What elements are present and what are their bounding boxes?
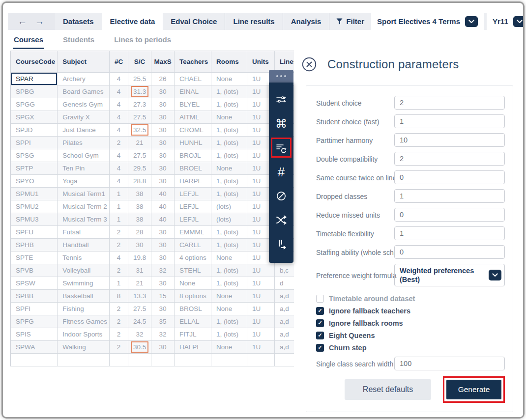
cell-SPFU-Subject[interactable]: Futsal <box>58 226 110 239</box>
checkbox-checked-icon[interactable]: ✓ <box>316 307 324 315</box>
cell-SPMU1-Teachers[interactable]: LEFJL <box>175 188 211 200</box>
cell-SPGG-CourseCode[interactable]: SPGG <box>11 98 58 111</box>
cell-SPHB-S/C[interactable]: 30 <box>128 239 151 252</box>
cell-SPTP-CourseCode[interactable]: SPTP <box>11 162 58 175</box>
cell-empty-Units[interactable] <box>247 354 275 366</box>
cell-SPTP-MaxS[interactable]: 30 <box>151 162 175 175</box>
cell-empty-CourseCode[interactable] <box>11 354 58 366</box>
cell-SPFI-#C[interactable]: 2 <box>110 303 128 315</box>
cell-SPMU1-S/C[interactable]: 38 <box>128 188 151 200</box>
cell-SPFU-Rooms[interactable]: 1, (lots) <box>211 226 247 239</box>
cell-SPFU-#C[interactable]: 2 <box>110 226 128 239</box>
cell-SPGX-Teachers[interactable]: AITML <box>175 111 211 124</box>
cell-SPFG-Teachers[interactable]: ELLAL <box>175 315 211 328</box>
cell-SPTE-S/C[interactable]: 19.8 <box>128 252 151 264</box>
cell-SPIS-Subject[interactable]: Indoor Sports <box>58 328 110 341</box>
drag-handle-dots[interactable] <box>269 70 293 83</box>
cell-SPBB-Rooms[interactable]: None <box>211 290 247 303</box>
cell-SPSG-Rooms[interactable]: 1, (lots) <box>211 149 247 162</box>
checkbox-unchecked-icon[interactable] <box>316 295 324 303</box>
cell-SPPI-S/C[interactable]: 21 <box>128 137 151 149</box>
forward-arrow-icon[interactable]: → <box>35 16 44 27</box>
cell-SPYO-Subject[interactable]: Yoga <box>58 175 110 188</box>
cell-SPVB-#C[interactable]: 2 <box>110 264 128 277</box>
cell-SPYO-CourseCode[interactable]: SPYO <box>11 175 58 188</box>
cell-SPGG-S/C[interactable]: 27.3 <box>128 98 151 111</box>
cell-SPVB-Teachers[interactable]: STEHL <box>175 264 211 277</box>
cell-SPGG-#C[interactable]: 4 <box>110 98 128 111</box>
lines-to-periods-icon[interactable] <box>270 232 292 256</box>
cell-SPTE-MaxS[interactable]: 30 <box>151 252 175 264</box>
cell-SPBB-Subject[interactable]: Basketball <box>58 290 110 303</box>
cell-SPHB-MaxS[interactable]: 30 <box>151 239 175 252</box>
cell-SPVB-Subject[interactable]: Volleyball <box>58 264 110 277</box>
cell-SPSG-Subject[interactable]: School Gym <box>58 149 110 162</box>
cell-SPBB-S/C[interactable]: 13.3 <box>128 290 151 303</box>
cell-SPSG-S/C[interactable]: 27.5 <box>128 149 151 162</box>
parameter-input[interactable] <box>394 114 505 128</box>
column-header-S/C[interactable]: S/C <box>128 51 151 73</box>
cell-empty-#C[interactable] <box>110 354 128 366</box>
cell-SPAR-Teachers[interactable]: CHAEL <box>175 73 211 85</box>
cell-SPMU3-MaxS[interactable]: 40 <box>151 213 175 226</box>
cell-SPBG-CourseCode[interactable]: SPBG <box>11 85 58 98</box>
cell-SPVB-Units[interactable]: 1U <box>247 264 275 277</box>
cell-SPHB-Subject[interactable]: Handball <box>58 239 110 252</box>
cell-SPIS-S/C[interactable]: 32 <box>128 328 151 341</box>
cell-SPPI-MaxS[interactable]: 30 <box>151 137 175 149</box>
shuffle-icon[interactable] <box>270 208 292 232</box>
cell-SPYO-#C[interactable]: 4 <box>110 175 128 188</box>
cell-SPBB-Teachers[interactable]: 8 options <box>175 290 211 303</box>
cell-SPMU3-Rooms[interactable]: (lots) <box>211 213 247 226</box>
cell-SPVB-Rooms[interactable]: 1, (lots) <box>211 264 247 277</box>
cell-SPGX-CourseCode[interactable]: SPGX <box>11 111 58 124</box>
cell-SPGX-#C[interactable]: 4 <box>110 111 128 124</box>
cell-SPSW-Rooms[interactable]: 1, (lots) <box>211 277 247 290</box>
cell-SPFI-Teachers[interactable]: BROSL <box>175 303 211 315</box>
cell-SPMU2-MaxS[interactable]: 40 <box>151 200 175 213</box>
cell-SPMU1-CourseCode[interactable]: SPMU1 <box>11 188 58 200</box>
cell-SPFU-MaxS[interactable]: 30 <box>151 226 175 239</box>
cell-SPFU-CourseCode[interactable]: SPFU <box>11 226 58 239</box>
cell-SPMU2-Subject[interactable]: Musical Term 2 <box>58 200 110 213</box>
subnav-students[interactable]: Students <box>62 33 95 49</box>
checkbox-checked-icon[interactable]: ✓ <box>316 344 324 352</box>
tab-analysis[interactable]: Analysis <box>283 13 329 30</box>
cell-SPPI-CourseCode[interactable]: SPPI <box>11 137 58 149</box>
cell-SPFI-MaxS[interactable]: 30 <box>151 303 175 315</box>
cell-SPYO-MaxS[interactable]: 30 <box>151 175 175 188</box>
column-header-Teachers[interactable]: Teachers <box>175 51 211 73</box>
parameter-input[interactable] <box>394 96 505 110</box>
parameter-input[interactable] <box>394 245 505 259</box>
column-header-MaxS[interactable]: MaxS <box>151 51 175 73</box>
cell-SPMU3-Subject[interactable]: Musical Term 3 <box>58 213 110 226</box>
generate-button[interactable]: Generate <box>446 380 501 399</box>
cell-SPSW-MaxS[interactable]: 30 <box>151 277 175 290</box>
cell-SPWA-S/C[interactable]: 30.5 <box>128 341 151 354</box>
cell-SPIS-Rooms[interactable]: 1, (lots) <box>211 328 247 341</box>
cell-SPMU1-MaxS[interactable]: 40 <box>151 188 175 200</box>
cell-SPJD-Subject[interactable]: Just Dance <box>58 124 110 137</box>
cell-SPSW-Units[interactable]: 1U <box>247 277 275 290</box>
cell-SPHB-Rooms[interactable]: 1, (lots) <box>211 239 247 252</box>
cell-SPTE-Subject[interactable]: Tennis <box>58 252 110 264</box>
single-class-search-width-input[interactable] <box>394 357 505 370</box>
cell-SPBB-Units[interactable]: 1U <box>247 290 275 303</box>
cell-SPJD-S/C[interactable]: 32.5 <box>128 124 151 137</box>
cell-SPPI-Subject[interactable]: Pilates <box>58 137 110 149</box>
cell-SPFI-Subject[interactable]: Fishing <box>58 303 110 315</box>
cell-SPPI-#C[interactable]: 2 <box>110 137 128 149</box>
cell-SPBB-MaxS[interactable]: 15 <box>151 290 175 303</box>
cell-SPGG-Rooms[interactable]: 1, (lots) <box>211 98 247 111</box>
cell-empty-MaxS[interactable] <box>151 354 175 366</box>
cell-SPMU3-CourseCode[interactable]: SPMU3 <box>11 213 58 226</box>
cell-SPFU-S/C[interactable]: 28 <box>128 226 151 239</box>
cell-SPWA-Teachers[interactable]: HALPL <box>175 341 211 354</box>
chevron-down-icon[interactable] <box>465 16 478 27</box>
cell-SPFI-CourseCode[interactable]: SPFI <box>11 303 58 315</box>
cell-SPMU2-S/C[interactable]: 38 <box>128 200 151 213</box>
cell-SPVB-MaxS[interactable]: 32 <box>151 264 175 277</box>
cell-SPFG-Rooms[interactable]: 1, (lots) <box>211 315 247 328</box>
cell-SPJD-CourseCode[interactable]: SPJD <box>11 124 58 137</box>
cell-SPHB-CourseCode[interactable]: SPHB <box>11 239 58 252</box>
